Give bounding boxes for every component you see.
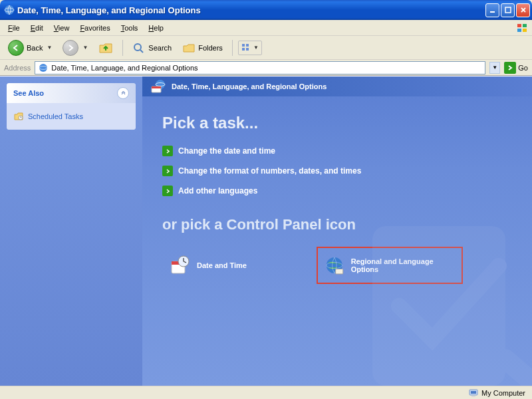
search-label: Search	[148, 44, 172, 52]
task-label: Change the format of numbers, dates, and…	[178, 166, 361, 176]
back-label: Back	[27, 44, 43, 52]
svg-rect-2	[490, 11, 495, 13]
svg-rect-19	[152, 86, 161, 88]
status-location: My Computer	[481, 389, 525, 397]
folders-icon	[182, 42, 196, 54]
task-change-date-time[interactable]: Change the date and time	[162, 146, 512, 156]
see-also-header[interactable]: See Also	[7, 83, 136, 103]
svg-rect-6	[517, 29, 521, 32]
menu-file[interactable]: File	[3, 22, 25, 34]
task-arrow-icon	[162, 166, 173, 176]
main-panel: Date, Time, Language, and Regional Optio…	[142, 76, 532, 386]
go-arrow-icon	[504, 62, 516, 74]
go-label: Go	[518, 64, 528, 72]
views-button[interactable]: ▼	[238, 41, 262, 55]
my-computer-icon	[468, 388, 479, 398]
see-also-body: Scheduled Tasks	[7, 103, 136, 130]
menu-help[interactable]: Help	[143, 22, 169, 34]
titlebar: Date, Time, Language, and Regional Optio…	[0, 0, 532, 20]
maximize-button[interactable]	[501, 3, 515, 17]
windows-flag-icon	[516, 23, 529, 33]
category-header-title: Date, Time, Language, and Regional Optio…	[172, 82, 327, 90]
scheduled-tasks-link[interactable]: Scheduled Tasks	[13, 110, 129, 123]
collapse-icon[interactable]	[117, 87, 129, 99]
globe-icon	[325, 255, 344, 276]
menu-tools[interactable]: Tools	[116, 22, 144, 34]
svg-rect-10	[246, 44, 249, 47]
menu-edit[interactable]: Edit	[25, 22, 49, 34]
task-label: Change the date and time	[178, 146, 275, 156]
cp-icon-label: Date and Time	[197, 261, 247, 269]
svg-rect-11	[242, 48, 245, 51]
forward-arrow-icon	[63, 40, 78, 56]
views-icon	[241, 43, 251, 53]
search-button[interactable]: Search	[128, 39, 176, 57]
address-dropdown[interactable]: ▼	[489, 62, 500, 74]
scheduled-tasks-icon	[13, 111, 24, 122]
sidebar: See Also Scheduled Tasks	[0, 76, 142, 386]
titlebar-icon	[4, 5, 15, 15]
svg-rect-29	[471, 396, 475, 397]
date-time-icon	[169, 255, 190, 276]
main-body: Pick a task... Change the date and time …	[142, 96, 532, 301]
toolbar-separator-2	[232, 40, 233, 56]
minimize-button[interactable]	[485, 3, 499, 17]
svg-rect-25	[336, 269, 343, 274]
scheduled-tasks-label: Scheduled Tasks	[28, 112, 83, 120]
back-button[interactable]: Back ▼	[4, 37, 56, 59]
content-area: See Also Scheduled Tasks Date, Time, Lan…	[0, 76, 532, 386]
toolbar-separator	[122, 40, 123, 56]
svg-rect-28	[471, 391, 476, 394]
svg-rect-5	[523, 24, 527, 27]
or-pick-title: or pick a Control Panel icon	[162, 216, 512, 233]
task-arrow-icon	[162, 146, 173, 156]
svg-rect-4	[517, 24, 521, 27]
date-and-time-icon-link[interactable]: Date and Time	[162, 247, 309, 284]
address-input[interactable]: Date, Time, Language, and Regional Optio…	[35, 61, 485, 74]
statusbar: My Computer	[0, 386, 532, 399]
task-label: Add other languages	[178, 186, 257, 196]
window-title: Date, Time, Language, and Regional Optio…	[17, 5, 485, 15]
see-also-panel: See Also Scheduled Tasks	[7, 83, 136, 130]
toolbar: Back ▼ ▼ Search Folders ▼	[0, 36, 532, 60]
address-value: Date, Time, Language, and Regional Optio…	[51, 64, 198, 72]
up-button[interactable]	[94, 39, 117, 57]
search-icon	[132, 42, 146, 54]
address-icon	[38, 63, 49, 73]
category-header-icon	[150, 78, 166, 94]
cp-icons-row: Date and Time Regional and Language Opti…	[162, 247, 512, 284]
see-also-title: See Also	[13, 89, 44, 97]
cp-icon-label: Regional and Language Options	[351, 257, 455, 273]
forward-dropdown-icon[interactable]: ▼	[82, 45, 88, 51]
menu-favorites[interactable]: Favorites	[74, 22, 115, 34]
folders-button[interactable]: Folders	[178, 39, 227, 57]
svg-point-0	[5, 5, 14, 15]
menu-view[interactable]: View	[49, 22, 75, 34]
svg-rect-3	[505, 7, 511, 13]
close-button[interactable]	[516, 3, 530, 17]
forward-button[interactable]: ▼	[59, 37, 92, 59]
svg-rect-12	[246, 48, 249, 51]
regional-language-icon-link[interactable]: Regional and Language Options	[317, 247, 463, 284]
menubar: File Edit View Favorites Tools Help	[0, 20, 532, 36]
address-label: Address	[4, 64, 31, 72]
task-add-languages[interactable]: Add other languages	[162, 186, 512, 196]
folder-up-icon	[98, 41, 113, 55]
category-header: Date, Time, Language, and Regional Optio…	[142, 76, 532, 96]
svg-point-8	[134, 44, 141, 51]
task-change-format[interactable]: Change the format of numbers, dates, and…	[162, 166, 512, 176]
views-dropdown-icon: ▼	[253, 45, 259, 51]
go-button[interactable]: Go	[504, 62, 528, 74]
addressbar: Address Date, Time, Language, and Region…	[0, 60, 532, 76]
task-arrow-icon	[162, 186, 173, 196]
svg-rect-7	[523, 29, 527, 32]
back-dropdown-icon[interactable]: ▼	[47, 45, 52, 51]
svg-point-13	[39, 64, 47, 72]
pick-task-title: Pick a task...	[162, 114, 512, 132]
back-arrow-icon	[8, 40, 24, 56]
folders-label: Folders	[198, 44, 223, 52]
svg-rect-9	[242, 44, 245, 47]
